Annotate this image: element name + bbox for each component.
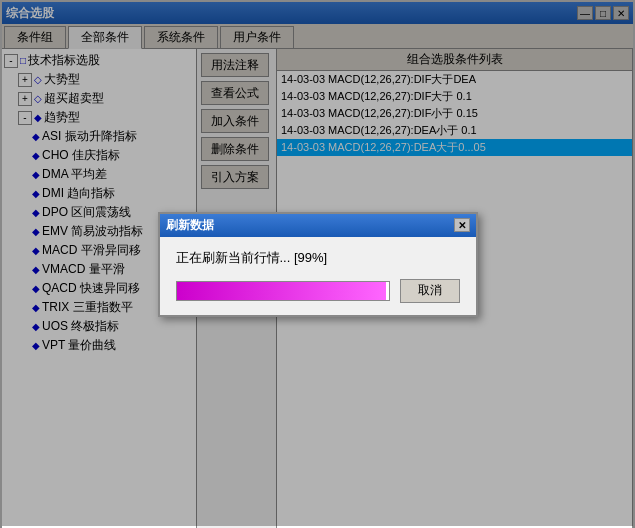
dialog-body: 正在刷新当前行情... [99%] 取消 xyxy=(160,237,476,315)
cancel-button[interactable]: 取消 xyxy=(400,279,460,303)
refresh-dialog: 刷新数据 ✕ 正在刷新当前行情... [99%] 取消 xyxy=(158,212,478,317)
dialog-overlay: 刷新数据 ✕ 正在刷新当前行情... [99%] 取消 xyxy=(2,2,633,526)
dialog-close-button[interactable]: ✕ xyxy=(454,218,470,232)
progress-container: 取消 xyxy=(176,279,460,303)
main-window: 综合选股 — □ ✕ 条件组 全部条件 系统条件 用户条件 - □ 技术指标选股 xyxy=(0,0,635,528)
dialog-title-bar: 刷新数据 ✕ xyxy=(160,214,476,237)
progress-bar-background xyxy=(176,281,390,301)
dialog-message: 正在刷新当前行情... [99%] xyxy=(176,249,460,267)
progress-bar-fill xyxy=(177,282,387,300)
dialog-title-text: 刷新数据 xyxy=(166,217,214,234)
